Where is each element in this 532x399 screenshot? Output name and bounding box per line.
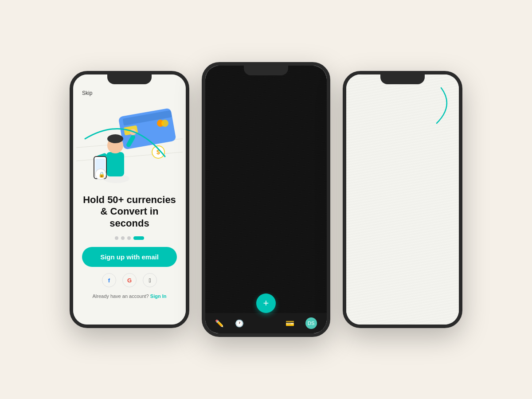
phone1-illustration: $ 🔒 bbox=[73, 101, 186, 194]
dot-2 bbox=[121, 236, 125, 240]
tx-right-1: +0.096299 5/27/15 bbox=[288, 229, 313, 240]
send-currency-label: USD bbox=[423, 175, 435, 182]
phone3-content: $ 2870,86 Cash Balance Add Balance Cash … bbox=[346, 74, 459, 325]
recipient-amount: 1,105.14 bbox=[360, 236, 394, 246]
balance-top: $ 2870,86 bbox=[360, 96, 445, 112]
send-amount: 1,000 bbox=[360, 173, 382, 184]
signin-text: Already have an account? Sign In bbox=[82, 293, 177, 299]
svg-rect-8 bbox=[106, 152, 124, 176]
currency-card-eur2[interactable]: £ 665.00 EUR bbox=[250, 110, 282, 155]
dots-indicator bbox=[82, 236, 177, 240]
create-button[interactable]: Create bbox=[256, 186, 286, 197]
tx-info-1: Darrell Steward Payment Sent bbox=[237, 229, 284, 240]
tx-date-2: 5/07/15 bbox=[288, 262, 313, 266]
dot-1 bbox=[115, 236, 118, 240]
eur2-amount: 665.00 bbox=[257, 134, 276, 141]
svg-text:🔒: 🔒 bbox=[98, 171, 105, 178]
nav-home-icon[interactable]: ✏️ bbox=[215, 319, 224, 328]
usd-amount: 432.00 bbox=[293, 134, 312, 141]
transaction-item-2[interactable]: ⇄ Darrell Ste... Payment... +0.096299 5/… bbox=[213, 250, 319, 273]
phone2-header: 🔔 bbox=[205, 66, 327, 93]
fee-line-2: 999.45 USD Amount we'll convert bbox=[353, 207, 452, 211]
nav-history-icon[interactable]: 🕐 bbox=[235, 319, 244, 328]
recipient-label: Recipient gets bbox=[360, 228, 446, 233]
phone1-top: Skip bbox=[73, 74, 186, 101]
cash-out-button[interactable]: Cash Out bbox=[404, 124, 445, 145]
dot-4-active bbox=[133, 236, 144, 240]
signup-email-button[interactable]: Sign up with email bbox=[82, 247, 177, 267]
tx-amount-1: +0.096299 bbox=[288, 229, 313, 235]
add-balance-button[interactable]: Add Balance bbox=[360, 124, 399, 145]
eur2-code: EUR bbox=[261, 145, 270, 150]
balances-title: Blances bbox=[205, 93, 327, 110]
svg-rect-21 bbox=[224, 178, 241, 181]
social-icons: f G  bbox=[82, 273, 177, 287]
phone-2-screen: 🔔 Blances € 665.00 EUR £ 665.00 EUR $ 43… bbox=[205, 66, 327, 333]
recipient-currency-label: BTC bbox=[423, 238, 435, 245]
menu-icon[interactable] bbox=[213, 82, 221, 86]
continue-button[interactable]: Continue >>> bbox=[353, 277, 452, 297]
svg-rect-22 bbox=[225, 184, 231, 186]
tx-type-2: Payment... bbox=[237, 262, 284, 266]
transactions-title: Transactions bbox=[205, 210, 327, 223]
currency-card-usd[interactable]: $ 432.00 USD bbox=[286, 110, 319, 155]
send-label: You Send exactly bbox=[360, 165, 446, 170]
usd-code: USD bbox=[298, 145, 307, 150]
skip-button[interactable]: Skip bbox=[82, 90, 92, 96]
send-row: 1,000 USD ▾ bbox=[360, 172, 446, 185]
svg-line-1 bbox=[76, 152, 183, 161]
create-card-right: Now create your first Create bbox=[256, 167, 313, 197]
fab-add-button[interactable]: + bbox=[256, 293, 276, 313]
transaction-item-1[interactable]: ⇄ Darrell Steward Payment Sent +0.096299… bbox=[213, 223, 319, 246]
balance-card: $ 2870,86 Cash Balance Add Balance Cash … bbox=[353, 89, 452, 153]
eur1-amount: 665.00 bbox=[220, 134, 239, 141]
gbp-symbol: £ bbox=[259, 115, 273, 129]
phone1-heading: Hold 50+ currencies & Convert in seconds bbox=[82, 194, 177, 229]
balance-actions: Add Balance Cash Out bbox=[360, 124, 445, 145]
usd-symbol: $ bbox=[296, 115, 310, 129]
phone-1: Skip bbox=[70, 71, 189, 328]
tx-name-2: Darrell Ste... bbox=[237, 255, 284, 262]
fees-section: 1.45 USD Total Fees 999.45 USD Amount we… bbox=[353, 197, 452, 216]
eur1-code: EUR bbox=[225, 145, 234, 150]
tx-transfer-icon-2: ⇄ bbox=[219, 254, 233, 268]
balance-amount: 2870,86 bbox=[381, 97, 422, 111]
recipient-card: Recipient gets 1,105.14 BTC ▾ bbox=[353, 222, 452, 254]
phone1-content: Hold 50+ currencies & Convert in seconds… bbox=[73, 194, 186, 299]
fee-line-1: 1.45 USD Total Fees bbox=[353, 200, 452, 205]
tx-date-1: 5/27/15 bbox=[288, 235, 313, 240]
bottom-nav: ✏️ 🕐 💳 DS bbox=[205, 313, 327, 333]
phone-2: 🔔 Blances € 665.00 EUR £ 665.00 EUR $ 43… bbox=[202, 62, 330, 337]
continue-arrows: >>> bbox=[434, 283, 446, 290]
arrive-text: Should arrive by 23 April 28th bbox=[353, 266, 452, 270]
eur-symbol: € bbox=[222, 115, 236, 129]
svg-point-10 bbox=[107, 134, 123, 143]
apple-login-button[interactable]:  bbox=[143, 273, 157, 287]
phones-container: Skip bbox=[52, 44, 480, 355]
send-currency-badge[interactable]: USD ▾ bbox=[418, 172, 446, 185]
create-card: Now create your first Create bbox=[213, 161, 319, 203]
phone-3: $ 2870,86 Cash Balance Add Balance Cash … bbox=[343, 71, 462, 328]
nav-avatar[interactable]: DS bbox=[305, 317, 317, 329]
dollar-circle-icon: $ bbox=[360, 96, 376, 112]
dot-3 bbox=[127, 236, 131, 240]
google-login-button[interactable]: G bbox=[122, 273, 137, 287]
facebook-login-button[interactable]: f bbox=[102, 273, 116, 287]
create-card-illustration bbox=[219, 169, 250, 196]
savings-text: You save up to 25.03 USD bbox=[353, 260, 452, 265]
currency-cards: € 665.00 EUR £ 665.00 EUR $ 432.00 USD bbox=[205, 110, 327, 161]
tx-amount-2: +0.096299 bbox=[288, 255, 313, 262]
nav-wallet-icon[interactable]: 💳 bbox=[286, 319, 294, 328]
chevron-down-icon: ▾ bbox=[437, 175, 440, 182]
tx-info-2: Darrell Ste... Payment... bbox=[237, 255, 284, 266]
signin-link[interactable]: Sign In bbox=[150, 293, 167, 299]
recipient-currency-badge[interactable]: BTC ▾ bbox=[418, 235, 446, 248]
phone-1-screen: Skip bbox=[73, 74, 186, 325]
tx-name-1: Darrell Steward bbox=[237, 229, 284, 235]
send-card: You Send exactly 1,000 USD ▾ bbox=[353, 159, 452, 192]
recipient-row: 1,105.14 BTC ▾ bbox=[360, 235, 446, 248]
tx-type-1: Payment Sent bbox=[237, 235, 284, 240]
notification-icon[interactable]: 🔔 bbox=[310, 80, 319, 88]
currency-card-eur1[interactable]: € 665.00 EUR bbox=[213, 110, 246, 155]
phone-3-screen: $ 2870,86 Cash Balance Add Balance Cash … bbox=[346, 74, 459, 325]
